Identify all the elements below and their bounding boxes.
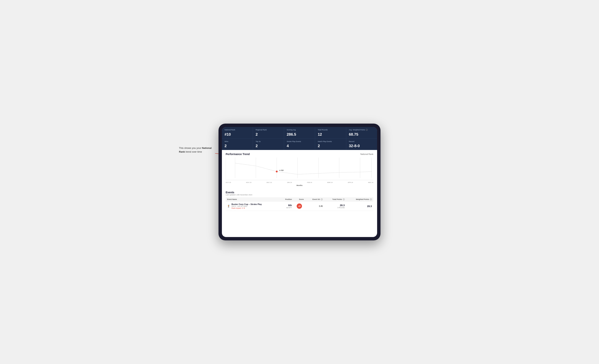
col-position: Position: [280, 197, 293, 202]
stat-avg-weighted-label: Avg. Weighted Points i: [349, 129, 374, 131]
tablet-screen: National Rank #10 Regional Rank 2 Scorin…: [222, 127, 377, 237]
stat-regional-rank: Regional Rank 2: [253, 127, 284, 139]
stats-grid-row1: National Rank #10 Regional Rank 2 Scorin…: [222, 127, 377, 139]
stat-national-rank-value: #10: [225, 132, 250, 137]
stat-total-rounds-value: 12: [318, 132, 344, 137]
table-row: 🏌️ Buster Cozy Cup – Stroke Play Oct 9 –…: [226, 202, 373, 211]
x-label-dec23: DEC 23: [266, 182, 272, 183]
annotation-text-part2: trend over time: [185, 150, 202, 153]
event-sg-value: 0.45: [319, 205, 323, 207]
performance-trend-section: Performance Trend National Rank: [222, 150, 377, 189]
stat-national-rank-label: National Rank: [225, 129, 250, 131]
stat-match-play: Match Play Events 2: [315, 139, 346, 150]
content-area[interactable]: National Rank #10 Regional Rank 2 Scorin…: [222, 127, 377, 237]
event-icon: 🏌️: [227, 204, 230, 208]
stat-wins: Wins 2: [222, 139, 253, 150]
stat-national-rank: National Rank #10: [222, 127, 253, 139]
stat-regional-rank-value: 2: [255, 132, 281, 137]
performance-trend-header: Performance Trend National Rank: [226, 153, 373, 156]
x-label-feb24: FEB 24: [307, 182, 312, 183]
info-icon-total-points: i: [343, 198, 345, 200]
stat-scoring-avg-label: Scoring Avg.: [287, 129, 312, 131]
stat-regional-rank-label: Regional Rank: [255, 129, 281, 131]
stat-record-value: 32-8-0: [349, 144, 374, 148]
chart-svg: ● #10: [226, 158, 373, 180]
col-event-sg: Event SG i: [305, 197, 324, 202]
events-table: Event Name Position Score Event SG i: [226, 197, 373, 211]
stat-stroke-play-label: Stroke Play Events: [287, 141, 312, 143]
events-last-updated: Last updated: 24th November 2023: [226, 194, 373, 196]
event-sg-cell: 0.45: [305, 202, 324, 211]
stat-match-play-value: 2: [318, 144, 344, 148]
tablet-device: National Rank #10 Regional Rank 2 Scorin…: [219, 124, 380, 240]
stat-avg-weighted-value: 68.75: [349, 132, 374, 137]
stat-total-rounds-label: Total Rounds: [318, 129, 344, 131]
total-points-rounds: 3 Rounds: [326, 207, 344, 209]
chart-x-labels: OCT 23 NOV 23 DEC 23 JAN 24 FEB 24 MAR 2…: [226, 181, 373, 184]
stat-record: Record 32-8-0: [346, 139, 377, 150]
events-table-header: Event Name Position Score Event SG i: [226, 197, 373, 202]
annotation-text-part1: This shows you your: [179, 147, 202, 149]
event-name: Buster Cozy Cup – Stroke Play: [231, 203, 262, 205]
stat-stroke-play-value: 4: [287, 144, 312, 148]
x-label-mar24: MAR 24: [327, 182, 333, 183]
rank-impact: Rank Impact: 3 ▼: [231, 207, 262, 209]
chart-rank-label: ● #10: [279, 169, 284, 171]
stat-scoring-avg: Scoring Avg. 286.5: [284, 127, 315, 139]
col-weighted-points: Weighted Points i: [346, 197, 373, 202]
events-table-body: 🏌️ Buster Cozy Cup – Stroke Play Oct 9 –…: [226, 202, 373, 211]
info-icon-avg-weighted: i: [366, 129, 368, 131]
score-badge: -22: [297, 204, 302, 209]
col-score: Score: [293, 197, 305, 202]
col-event-name: Event Name: [226, 197, 280, 202]
stats-grid-row2: Wins 2 Top 3s 2 Stroke Play Events 4 Mat…: [222, 139, 377, 150]
stat-avg-weighted: Avg. Weighted Points i 68.75: [346, 127, 377, 139]
col-total-points: Total Points i: [324, 197, 346, 202]
total-points-value: 28.3: [326, 204, 344, 207]
x-label-jan24: JAN 24: [287, 182, 292, 183]
chart-x-title: Months: [226, 185, 373, 186]
event-details: Buster Cozy Cup – Stroke Play Oct 9 – Oc…: [231, 203, 262, 209]
event-position: 6th: [281, 204, 292, 207]
x-label-oct23: OCT 23: [226, 182, 231, 183]
stat-wins-label: Wins: [225, 141, 250, 143]
stat-total-rounds: Total Rounds 12: [315, 127, 346, 139]
stat-match-play-label: Match Play Events: [318, 141, 344, 143]
events-table-header-row: Event Name Position Score Event SG i: [226, 197, 373, 202]
stat-wins-value: 2: [225, 144, 250, 148]
stat-top3s-label: Top 3s: [255, 141, 281, 143]
total-points-cell: 28.3 3 Rounds: [324, 202, 346, 211]
events-title: Events: [226, 191, 373, 194]
stat-top3s-value: 2: [255, 144, 281, 148]
stat-scoring-avg-value: 286.5: [287, 132, 312, 137]
stat-record-label: Record: [349, 141, 374, 143]
chart-container: ● #10: [226, 158, 373, 180]
annotation-text: This shows you your National Rank trend …: [179, 146, 213, 153]
stat-stroke-play: Stroke Play Events 4: [284, 139, 315, 150]
event-date: Oct 9 – Oct 10, 2023: [231, 205, 262, 207]
stat-top3s: Top 3s 2: [253, 139, 284, 150]
event-name-cell: 🏌️ Buster Cozy Cup – Stroke Play Oct 9 –…: [226, 202, 280, 211]
event-position-cell: 6th out of 7: [280, 202, 293, 211]
x-label-apr24: APR 24: [348, 182, 353, 183]
info-icon-event-sg: i: [321, 198, 323, 200]
x-label-may24: MAY 24: [368, 182, 373, 183]
weighted-points-cell: 28.3: [346, 202, 373, 211]
event-score-cell: -22: [293, 202, 305, 211]
performance-trend-title: Performance Trend: [226, 153, 250, 156]
info-icon-weighted-points: i: [370, 198, 372, 200]
chart-data-point: [276, 171, 278, 173]
event-position-sub: out of 7: [281, 207, 292, 209]
events-section: Events Last updated: 24th November 2023 …: [222, 189, 377, 213]
performance-trend-subtitle: National Rank: [360, 153, 373, 155]
x-label-nov23: NOV 23: [246, 182, 251, 183]
weighted-points-value: 28.3: [367, 205, 372, 208]
